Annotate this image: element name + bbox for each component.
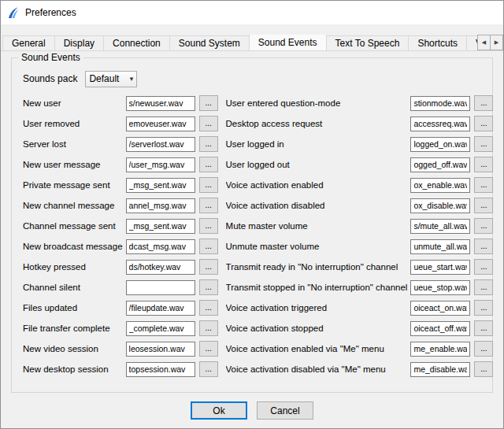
dropdown-arrow-icon: ▾ [130, 76, 134, 83]
browse-button[interactable]: ... [474, 239, 493, 254]
tab-scroll-left-button[interactable]: ◀ [477, 35, 491, 50]
browse-button[interactable]: ... [199, 341, 218, 357]
sound-file-input[interactable] [126, 96, 195, 111]
sound-file-input[interactable] [410, 137, 470, 152]
title-bar[interactable]: Preferences [1, 1, 503, 24]
sound-event-label: Voice activation disabled via "Me" menu [226, 364, 411, 374]
sound-file-input[interactable] [410, 301, 470, 316]
sound-event-label: New user message [23, 160, 126, 169]
sound-event-row: Voice activation enabled via "Me" menu .… [226, 338, 494, 359]
sound-file-input[interactable] [126, 321, 195, 336]
tab-sound-events[interactable]: Sound Events [249, 35, 327, 50]
sound-event-row: Voice activation disabled ... [226, 195, 494, 216]
sound-file-input[interactable] [126, 198, 195, 213]
browse-button[interactable]: ... [199, 300, 218, 316]
browse-button[interactable]: ... [474, 116, 493, 131]
tab-shortcuts[interactable]: Shortcuts [408, 35, 467, 50]
sound-event-row: Voice activation triggered ... [226, 298, 494, 318]
browse-button[interactable]: ... [199, 361, 218, 377]
sound-event-label: Voice activation disabled [226, 201, 411, 210]
browse-button[interactable]: ... [199, 95, 218, 111]
browse-button[interactable]: ... [199, 157, 218, 172]
sound-event-label: User logged out [226, 160, 411, 169]
sound-event-row: New desktop session ... [23, 359, 218, 379]
sound-file-input[interactable] [126, 342, 195, 357]
sound-event-row: User logged in ... [226, 134, 494, 154]
sound-file-input[interactable] [126, 116, 195, 131]
sound-file-input[interactable] [126, 362, 195, 377]
browse-button[interactable]: ... [474, 136, 493, 152]
sound-file-input[interactable] [410, 219, 470, 234]
sound-file-input[interactable] [410, 198, 470, 213]
sound-file-input[interactable] [410, 96, 470, 111]
sound-file-input[interactable] [410, 157, 470, 172]
browse-button[interactable]: ... [199, 116, 218, 131]
sound-event-columns: New user ... User removed ... Server los… [23, 93, 483, 379]
browse-button[interactable]: ... [199, 218, 218, 234]
browse-button[interactable]: ... [474, 341, 493, 357]
sound-file-input[interactable] [126, 157, 195, 172]
sound-event-label: Voice activation enabled via "Me" menu [226, 344, 411, 353]
sound-event-label: New channel message [23, 201, 126, 210]
sound-file-input[interactable] [410, 178, 470, 193]
tab-general[interactable]: General [2, 35, 55, 50]
sound-event-label: Files updated [23, 303, 126, 313]
sound-file-input[interactable] [410, 342, 470, 357]
sounds-pack-select[interactable]: Default ▾ [85, 71, 137, 87]
browse-button[interactable]: ... [474, 198, 493, 213]
sound-file-input[interactable] [126, 219, 195, 234]
sound-file-input[interactable] [410, 260, 470, 275]
browse-button[interactable]: ... [474, 218, 493, 234]
sound-file-input[interactable] [410, 116, 470, 131]
browse-button[interactable]: ... [474, 320, 493, 336]
browse-button[interactable]: ... [474, 279, 493, 295]
tab-scroll-controls: ◀ ▶ [478, 35, 503, 50]
sound-file-input[interactable] [410, 362, 470, 377]
sound-events-right-column: User entered question-mode ... Desktop a… [226, 93, 494, 379]
browse-button[interactable]: ... [474, 259, 493, 275]
browse-button[interactable]: ... [199, 136, 218, 152]
browse-button[interactable]: ... [474, 95, 493, 111]
tab-text-to-speech[interactable]: Text To Speech [326, 35, 410, 50]
sound-event-label: New broadcast message [23, 242, 126, 251]
sound-event-label: User entered question-mode [226, 98, 411, 108]
sound-file-input[interactable] [410, 280, 470, 295]
browse-button[interactable]: ... [474, 177, 493, 193]
browse-button[interactable]: ... [199, 198, 218, 213]
tab-connection[interactable]: Connection [103, 35, 170, 50]
sound-events-left-column: New user ... User removed ... Server los… [23, 93, 218, 379]
group-title: Sound Events [18, 52, 83, 63]
browse-button[interactable]: ... [474, 300, 493, 316]
sounds-pack-row: Sounds pack Default ▾ [23, 69, 483, 88]
sound-event-row: User logged out ... [226, 154, 494, 175]
browse-button[interactable]: ... [199, 279, 218, 295]
sound-event-label: Unmute master volume [226, 242, 411, 251]
sound-event-row: Channel message sent ... [23, 216, 218, 236]
sound-file-input[interactable] [410, 321, 470, 336]
browse-button[interactable]: ... [199, 259, 218, 275]
sound-file-input[interactable] [126, 137, 195, 152]
sound-file-input[interactable] [126, 178, 195, 193]
tab-display[interactable]: Display [54, 35, 104, 50]
sound-file-input[interactable] [126, 280, 195, 295]
tab-scroll-right-button[interactable]: ▶ [490, 35, 503, 50]
sound-file-input[interactable] [126, 301, 195, 316]
browse-button[interactable]: ... [474, 157, 493, 172]
sound-event-row: Voice activation enabled ... [226, 175, 494, 195]
browse-button[interactable]: ... [199, 177, 218, 193]
browse-button[interactable]: ... [199, 239, 218, 254]
sound-event-label: New video session [23, 344, 126, 353]
browse-button[interactable]: ... [474, 361, 493, 377]
sound-event-label: Desktop access request [226, 119, 411, 128]
ok-button[interactable]: Ok [191, 401, 247, 420]
sound-file-input[interactable] [410, 239, 470, 254]
tab-sound-system[interactable]: Sound System [169, 35, 250, 50]
sound-file-input[interactable] [126, 260, 195, 275]
sound-event-label: Channel silent [23, 283, 126, 292]
cancel-button[interactable]: Cancel [257, 401, 313, 420]
sound-event-label: Server lost [23, 139, 126, 149]
sound-file-input[interactable] [126, 239, 195, 254]
sounds-pack-label: Sounds pack [23, 73, 77, 84]
browse-button[interactable]: ... [199, 320, 218, 336]
sound-event-label: Transmit ready in "No interruption" chan… [226, 262, 411, 272]
